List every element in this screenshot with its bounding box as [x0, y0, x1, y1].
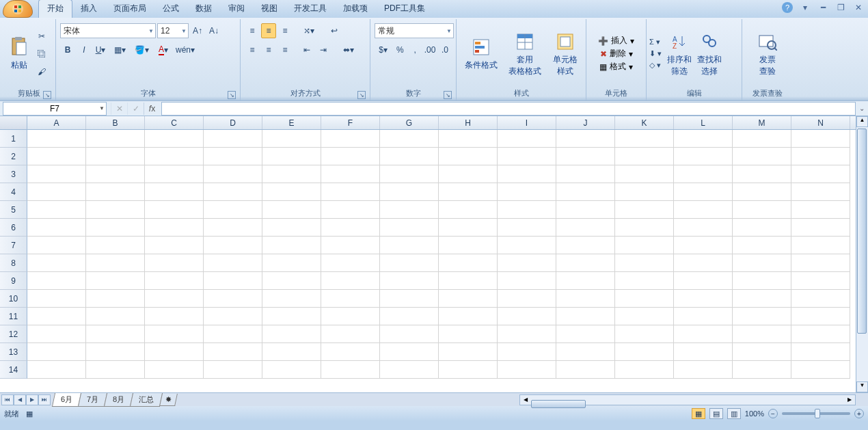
row-header-8[interactable]: 8: [0, 254, 27, 272]
phonetic-button[interactable]: wén▾: [175, 42, 195, 57]
cell[interactable]: [615, 130, 674, 148]
cell[interactable]: [733, 308, 791, 325]
cell[interactable]: [204, 290, 262, 308]
cell-styles-button[interactable]: 单元格 样式: [550, 29, 580, 79]
column-header-H[interactable]: H: [439, 116, 498, 129]
cell[interactable]: [556, 165, 615, 183]
cell[interactable]: [262, 201, 321, 219]
cell[interactable]: [439, 361, 498, 379]
cell[interactable]: [27, 272, 86, 290]
cell[interactable]: [498, 325, 556, 343]
cell[interactable]: [145, 183, 204, 201]
cell[interactable]: [733, 272, 791, 290]
cell[interactable]: [262, 272, 321, 290]
column-header-L[interactable]: L: [674, 116, 733, 129]
cell[interactable]: [733, 148, 791, 165]
cancel-formula-icon[interactable]: ✕: [111, 103, 127, 115]
cell[interactable]: [674, 183, 733, 201]
cell[interactable]: [380, 361, 439, 379]
cell[interactable]: [498, 254, 556, 272]
cell[interactable]: [27, 290, 86, 308]
cell[interactable]: [615, 290, 674, 308]
cell[interactable]: [262, 290, 321, 308]
cell[interactable]: [498, 201, 556, 219]
cell[interactable]: [556, 325, 615, 343]
cell[interactable]: [674, 130, 733, 148]
font-launcher[interactable]: ↘: [228, 91, 236, 99]
cell[interactable]: [204, 183, 262, 201]
cell[interactable]: [791, 308, 850, 325]
cell[interactable]: [86, 165, 145, 183]
row-header-9[interactable]: 9: [0, 272, 27, 290]
align-bottom-icon[interactable]: ≡: [277, 23, 293, 38]
cell[interactable]: [674, 290, 733, 308]
comma-button[interactable]: ,: [408, 42, 422, 57]
cell[interactable]: [733, 237, 791, 254]
cell[interactable]: [380, 183, 439, 201]
tab-审阅[interactable]: 审阅: [220, 0, 253, 18]
conditional-format-button[interactable]: 条件格式: [462, 35, 500, 72]
column-header-J[interactable]: J: [556, 116, 615, 129]
autosum-button[interactable]: Σ ▾: [649, 38, 662, 46]
horizontal-scrollbar[interactable]: ◀▶: [519, 394, 856, 405]
cell[interactable]: [86, 325, 145, 343]
cell[interactable]: [674, 165, 733, 183]
cell[interactable]: [86, 290, 145, 308]
row-header-13[interactable]: 13: [0, 343, 27, 361]
decrease-indent-icon[interactable]: ⇤: [299, 42, 314, 57]
cell[interactable]: [674, 201, 733, 219]
cell[interactable]: [27, 148, 86, 165]
cell[interactable]: [321, 165, 380, 183]
cell[interactable]: [145, 308, 204, 325]
page-break-view-button[interactable]: ▥: [727, 408, 741, 419]
cell[interactable]: [204, 272, 262, 290]
cell[interactable]: [27, 237, 86, 254]
cell[interactable]: [556, 272, 615, 290]
sheet-tab-8月[interactable]: 8月: [104, 393, 133, 407]
cell[interactable]: [86, 254, 145, 272]
cell[interactable]: [733, 290, 791, 308]
cell[interactable]: [321, 361, 380, 379]
cell[interactable]: [27, 183, 86, 201]
cell[interactable]: [86, 343, 145, 361]
cell[interactable]: [321, 308, 380, 325]
cell[interactable]: [380, 308, 439, 325]
minimize-icon[interactable]: ━: [817, 3, 828, 12]
cell[interactable]: [439, 165, 498, 183]
format-as-table-button[interactable]: 套用 表格格式: [506, 29, 544, 79]
accounting-button[interactable]: $▾: [375, 42, 392, 57]
cut-icon[interactable]: ✂: [34, 29, 49, 44]
cell[interactable]: [498, 308, 556, 325]
cell[interactable]: [145, 254, 204, 272]
copy-icon[interactable]: ⿻: [34, 46, 49, 62]
percent-button[interactable]: %: [393, 42, 407, 57]
cell[interactable]: [321, 201, 380, 219]
cell[interactable]: [791, 148, 850, 165]
cell[interactable]: [556, 343, 615, 361]
cell[interactable]: [791, 201, 850, 219]
cell[interactable]: [27, 361, 86, 379]
cell[interactable]: [145, 272, 204, 290]
cell[interactable]: [380, 165, 439, 183]
cell[interactable]: [262, 219, 321, 237]
cell[interactable]: [615, 183, 674, 201]
cell[interactable]: [204, 325, 262, 343]
cell[interactable]: [733, 343, 791, 361]
row-header-4[interactable]: 4: [0, 183, 27, 201]
number-launcher[interactable]: ↘: [444, 91, 452, 99]
sort-filter-button[interactable]: AZ 排序和 筛选: [664, 29, 694, 79]
cell[interactable]: [86, 130, 145, 148]
cell[interactable]: [791, 290, 850, 308]
cell[interactable]: [380, 272, 439, 290]
cell[interactable]: [733, 183, 791, 201]
cell[interactable]: [791, 361, 850, 379]
cell[interactable]: [498, 130, 556, 148]
cell[interactable]: [615, 325, 674, 343]
row-header-7[interactable]: 7: [0, 237, 27, 254]
cell[interactable]: [674, 272, 733, 290]
column-header-B[interactable]: B: [86, 116, 145, 129]
cell[interactable]: [674, 361, 733, 379]
cell[interactable]: [791, 325, 850, 343]
tab-开发工具[interactable]: 开发工具: [286, 0, 335, 18]
fill-button[interactable]: ⬇ ▾: [649, 49, 662, 58]
